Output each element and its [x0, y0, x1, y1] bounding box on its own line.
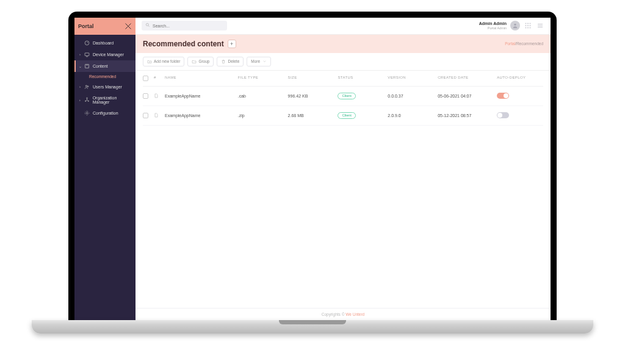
- sidebar-item-label: Dashboard: [93, 41, 114, 45]
- cell-name: ExampleAppName: [165, 94, 234, 98]
- sidebar-item-label: Content: [93, 64, 108, 68]
- cell-name: ExampleAppName: [165, 113, 234, 118]
- sidebar-item-label: Configuration: [93, 111, 118, 115]
- topbar: Admin Admin Portal Admin: [135, 18, 551, 35]
- folder-icon: [192, 59, 197, 64]
- delete-button[interactable]: Delete: [217, 57, 244, 66]
- caret-icon: ›: [79, 52, 81, 56]
- trash-icon: [221, 59, 226, 64]
- table-header: # NAME FILE TYPE SIZE STATUS VERSION CRE…: [143, 71, 543, 87]
- row-checkbox[interactable]: [143, 113, 148, 118]
- svg-point-3: [85, 85, 87, 86]
- page-title-wrap: Recommended content +: [143, 40, 236, 48]
- sidebar-item-label: Users Manager: [93, 85, 122, 89]
- add-button[interactable]: +: [228, 40, 236, 48]
- device-icon: [84, 52, 90, 57]
- button-label: More: [251, 59, 260, 63]
- sidebar-item-device-manager[interactable]: › Device Manager: [74, 49, 135, 60]
- button-label: Group: [198, 59, 209, 63]
- sidebar-item-label: Device Manager: [93, 52, 124, 57]
- brand-crossed-tools-icon[interactable]: [125, 23, 132, 30]
- col-created[interactable]: CREATED DATE: [438, 76, 493, 81]
- search-icon: [145, 23, 150, 29]
- page-header: Recommended content + Portal/Recommended: [135, 35, 551, 53]
- grid-icon[interactable]: [524, 21, 532, 30]
- svg-point-9: [146, 23, 148, 26]
- sidebar-item-users-manager[interactable]: › Users Manager: [74, 81, 135, 93]
- cell-filetype: .cab: [238, 94, 284, 98]
- svg-point-4: [87, 85, 89, 87]
- col-status[interactable]: STATUS: [338, 76, 384, 81]
- col-auto[interactable]: AUTO-DEPLOY: [497, 76, 543, 81]
- screen-bezel: Portal Dashboard ›: [68, 12, 557, 320]
- caret-icon: ⌄: [79, 64, 81, 68]
- svg-rect-1: [85, 52, 89, 55]
- dashboard-icon: [84, 40, 90, 46]
- auto-deploy-toggle[interactable]: [497, 93, 509, 99]
- page-title: Recommended content: [143, 40, 224, 48]
- svg-point-18: [527, 27, 529, 29]
- file-icon: [154, 113, 161, 118]
- svg-point-16: [530, 25, 531, 26]
- caret-icon: ›: [79, 98, 81, 102]
- cell-created: 05-12-2021 08:57: [438, 113, 493, 118]
- avatar[interactable]: [510, 21, 520, 30]
- brand-bar: Portal: [74, 18, 135, 35]
- button-label: Delete: [228, 59, 239, 63]
- add-folder-button[interactable]: Add new folder: [143, 57, 184, 66]
- more-button[interactable]: More: [247, 57, 271, 66]
- col-name[interactable]: NAME: [165, 76, 234, 81]
- folder-plus-icon: [147, 59, 152, 64]
- caret-icon: ›: [79, 85, 81, 88]
- svg-point-8: [86, 112, 87, 113]
- table-row[interactable]: ExampleAppName .zip 2.68 MB Client 2.0.9…: [143, 106, 543, 126]
- sidebar-subitem-recommended[interactable]: Recommended: [74, 72, 135, 81]
- sidebar-item-content[interactable]: ⌄ Content: [74, 60, 135, 72]
- footer-brand-link[interactable]: We Unterd: [345, 312, 364, 316]
- search-box[interactable]: [142, 21, 227, 30]
- content-icon: [84, 63, 90, 69]
- laptop-frame: Portal Dashboard ›: [32, 12, 593, 353]
- menu-icon[interactable]: [536, 21, 544, 30]
- breadcrumb: Portal/Recommended: [505, 41, 543, 46]
- col-hash[interactable]: #: [154, 76, 161, 81]
- laptop-notch: [279, 320, 346, 324]
- users-icon: [84, 84, 90, 90]
- breadcrumb-current: Recommended: [516, 41, 543, 46]
- svg-point-11: [526, 23, 527, 24]
- chevron-down-icon: [262, 59, 267, 64]
- footer-prefix: Copyrights ©: [322, 312, 345, 316]
- app-screen: Portal Dashboard ›: [74, 18, 551, 320]
- sidebar-item-organization-manager[interactable]: › Organization Manager: [74, 93, 135, 107]
- col-size[interactable]: SIZE: [288, 76, 334, 81]
- user-block[interactable]: Admin Admin Portal Admin: [479, 21, 507, 30]
- table-row[interactable]: ExampleAppName .cab 996.42 KB Client 0.0…: [143, 87, 543, 106]
- svg-point-14: [526, 25, 527, 26]
- cell-created: 05-06-2021 04:07: [438, 94, 493, 98]
- search-input[interactable]: [153, 24, 223, 28]
- row-checkbox[interactable]: [143, 93, 148, 99]
- svg-point-12: [527, 23, 529, 24]
- group-button[interactable]: Group: [187, 57, 214, 66]
- button-label: Add new folder: [154, 59, 180, 63]
- cell-filetype: .zip: [238, 113, 284, 118]
- sidebar-item-configuration[interactable]: Configuration: [74, 107, 135, 119]
- file-icon: [154, 93, 161, 99]
- sidebar-item-dashboard[interactable]: Dashboard: [74, 37, 135, 49]
- status-badge: Client: [338, 93, 355, 99]
- cell-version: 0.0.0.37: [388, 94, 434, 98]
- col-version[interactable]: VERSION: [388, 76, 434, 81]
- select-all-checkbox[interactable]: [143, 76, 148, 81]
- sidebar-nav: Dashboard › Device Manager ⌄: [74, 35, 135, 119]
- svg-point-5: [86, 98, 87, 99]
- brand-name: Portal: [78, 23, 94, 29]
- breadcrumb-root[interactable]: Portal: [505, 41, 515, 46]
- topbar-right: Admin Admin Portal Admin: [479, 21, 544, 30]
- cell-size: 996.42 KB: [288, 94, 334, 98]
- gear-icon: [84, 110, 90, 116]
- svg-point-19: [530, 27, 531, 29]
- col-filetype[interactable]: FILE TYPE: [238, 76, 284, 81]
- auto-deploy-toggle[interactable]: [497, 112, 509, 118]
- main-area: Admin Admin Portal Admin: [135, 18, 551, 320]
- cell-size: 2.68 MB: [288, 113, 334, 118]
